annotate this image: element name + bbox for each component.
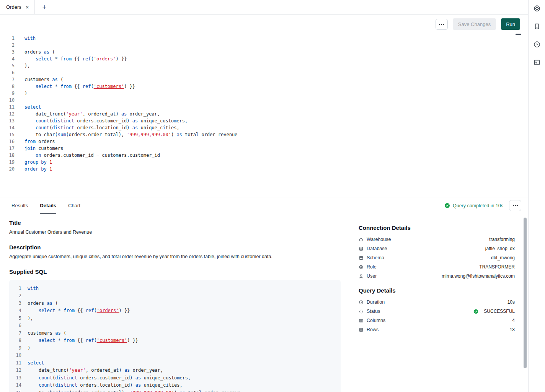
line-content: order by 1: [15, 166, 52, 172]
code-line: 9): [14, 345, 336, 352]
code-line: 11select: [14, 359, 336, 367]
bookmark-icon: [533, 23, 541, 31]
database-icon: [359, 246, 364, 251]
save-changes-button[interactable]: Save Changes: [453, 18, 496, 30]
line-number: 4: [0, 55, 15, 62]
history-button[interactable]: [532, 40, 542, 50]
open-panel-button[interactable]: [532, 58, 542, 68]
line-number: 15: [0, 131, 15, 138]
ellipsis-icon: [515, 205, 516, 206]
detail-row-role: RoleTRANSFORMER: [359, 262, 515, 272]
line-number: 6: [0, 69, 15, 76]
line-number: 14: [14, 382, 21, 389]
detail-value: 13: [510, 327, 515, 332]
code-line: 6: [0, 69, 528, 76]
schema-icon: [359, 255, 364, 260]
role-icon: [359, 265, 364, 270]
line-number: 11: [14, 359, 21, 367]
new-tab-button[interactable]: +: [40, 3, 49, 11]
title-value: Annual Customer Orders and Revenue: [9, 229, 341, 236]
code-line: 16from orders: [0, 138, 528, 145]
copilot-icon: [533, 5, 541, 13]
line-content: to_char(sum(orders.order_total), '999,99…: [21, 389, 240, 392]
code-line: 1with: [0, 35, 528, 42]
tab-chart[interactable]: Chart: [68, 197, 80, 214]
code-line: 3orders as (: [14, 300, 336, 307]
bookmark-button[interactable]: [532, 22, 542, 32]
line-content: count(distinct orders.location_id) as un…: [15, 124, 179, 131]
code-line: 3orders as (: [0, 49, 528, 55]
line-content: orders as (: [15, 49, 55, 55]
code-line: 2: [14, 292, 336, 300]
code-line: 12 date_trunc('year', ordered_at) as ord…: [14, 367, 336, 374]
line-number: 9: [14, 345, 21, 352]
tab-orders-label: Orders: [6, 4, 21, 10]
line-number: 10: [14, 352, 21, 359]
connection-details-heading: Connection Details: [359, 224, 515, 231]
main-area: Orders × + Save Changes Run 1with2 3orde…: [0, 0, 528, 392]
line-number: 7: [14, 330, 21, 337]
check-icon: [473, 309, 478, 314]
line-content: select * from {{ ref('customers') }}: [21, 337, 138, 345]
line-content: ): [15, 90, 27, 97]
line-content: [15, 97, 27, 104]
code-line: 7customers as (: [0, 76, 528, 83]
line-content: customers as (: [21, 330, 66, 337]
line-number: 14: [0, 124, 15, 131]
line-number: 19: [0, 159, 15, 166]
sql-editor[interactable]: 1with2 3orders as (4 select * from {{ re…: [0, 34, 528, 197]
code-line: 12 date_trunc('year', ordered_at) as ord…: [0, 111, 528, 117]
plus-icon: +: [42, 3, 47, 11]
line-content: ),: [15, 62, 30, 69]
details-scrollbar-thumb[interactable]: [524, 218, 527, 368]
query-status: Query completed in 10s: [444, 203, 503, 208]
panel-more-button[interactable]: [509, 200, 521, 211]
line-number: 12: [0, 111, 15, 117]
connection-details-section: Connection Details Warehousetransforming…: [359, 215, 515, 281]
line-number: 5: [0, 62, 15, 69]
line-content: select: [21, 359, 44, 367]
copilot-button[interactable]: [532, 4, 542, 14]
code-line: 15 to_char(sum(orders.order_total), '999…: [14, 389, 336, 392]
line-number: 15: [14, 389, 21, 392]
detail-value: SUCCESSFUL: [473, 309, 515, 314]
line-content: [21, 322, 30, 330]
code-line: 17join customers: [0, 145, 528, 152]
columns-icon: [359, 318, 364, 323]
editor-code[interactable]: 1with2 3orders as (4 select * from {{ re…: [0, 34, 528, 172]
detail-label: Schema: [367, 255, 384, 260]
code-line: 18 on orders.customer_id = customers.cus…: [0, 152, 528, 159]
line-content: orders as (: [21, 300, 58, 307]
editor-scrollbar-thumb[interactable]: [516, 34, 521, 35]
duration-icon: [359, 300, 364, 305]
status-icon: [359, 309, 364, 314]
line-number: 9: [0, 90, 15, 97]
line-number: 8: [14, 337, 21, 345]
code-line: 9): [0, 90, 528, 97]
detail-label: User: [367, 273, 377, 279]
run-button[interactable]: Run: [501, 18, 520, 30]
details-scrollbar-track[interactable]: [523, 215, 527, 392]
detail-row-status: StatusSUCCESSFUL: [359, 307, 515, 316]
tab-details[interactable]: Details: [40, 197, 56, 214]
query-details-heading: Query Details: [359, 287, 515, 294]
tab-results[interactable]: Results: [11, 197, 28, 214]
line-content: count(distinct orders.customer_id) as un…: [15, 117, 188, 124]
detail-value: mirna.wong@fishtownanalytics.com: [442, 273, 515, 279]
line-content: count(distinct orders.location_id) as un…: [21, 382, 183, 389]
line-number: 3: [14, 300, 21, 307]
code-line: 5),: [0, 62, 528, 69]
tab-orders[interactable]: Orders ×: [0, 0, 35, 14]
line-number: 8: [0, 83, 15, 90]
code-line: 14 count(distinct orders.location_id) as…: [0, 124, 528, 131]
close-tab-icon[interactable]: ×: [26, 4, 29, 10]
line-content: with: [21, 285, 39, 293]
line-number: 20: [0, 166, 15, 172]
editor-more-button[interactable]: [436, 19, 448, 30]
line-number: 17: [0, 145, 15, 152]
line-content: count(distinct orders.customer_id) as un…: [21, 374, 191, 382]
line-number: 16: [0, 138, 15, 145]
history-icon: [533, 41, 541, 49]
detail-label: Columns: [367, 318, 385, 323]
detail-value: 4: [512, 318, 515, 323]
